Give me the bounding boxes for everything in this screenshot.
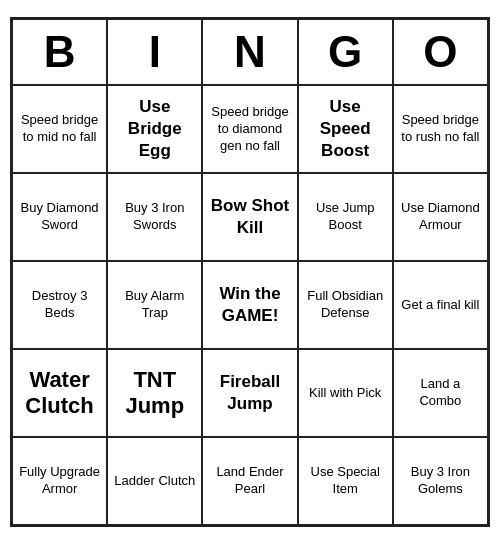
cell-3-3: Kill with Pick <box>298 349 393 437</box>
header-letter-N: N <box>202 19 297 85</box>
header-letter-B: B <box>12 19 107 85</box>
cell-4-0: Fully Upgrade Armor <box>12 437 107 525</box>
cell-1-1: Buy 3 Iron Swords <box>107 173 202 261</box>
cell-0-3: Use Speed Boost <box>298 85 393 173</box>
bingo-grid: Speed bridge to mid no fallUse Bridge Eg… <box>12 85 488 525</box>
bingo-card: BINGO Speed bridge to mid no fallUse Bri… <box>10 17 490 527</box>
bingo-header: BINGO <box>12 19 488 85</box>
cell-0-2: Speed bridge to diamond gen no fall <box>202 85 297 173</box>
cell-2-1: Buy Alarm Trap <box>107 261 202 349</box>
cell-1-3: Use Jump Boost <box>298 173 393 261</box>
cell-3-4: Land a Combo <box>393 349 488 437</box>
cell-4-3: Use Special Item <box>298 437 393 525</box>
cell-4-2: Land Ender Pearl <box>202 437 297 525</box>
cell-4-1: Ladder Clutch <box>107 437 202 525</box>
cell-0-0: Speed bridge to mid no fall <box>12 85 107 173</box>
cell-2-0: Destroy 3 Beds <box>12 261 107 349</box>
cell-0-4: Speed bridge to rush no fall <box>393 85 488 173</box>
cell-3-2: Fireball Jump <box>202 349 297 437</box>
cell-1-2: Bow Shot Kill <box>202 173 297 261</box>
cell-3-1: TNT Jump <box>107 349 202 437</box>
cell-2-2: Win the GAME! <box>202 261 297 349</box>
cell-1-4: Use Diamond Armour <box>393 173 488 261</box>
header-letter-G: G <box>298 19 393 85</box>
header-letter-O: O <box>393 19 488 85</box>
cell-1-0: Buy Diamond Sword <box>12 173 107 261</box>
cell-2-4: Get a final kill <box>393 261 488 349</box>
header-letter-I: I <box>107 19 202 85</box>
cell-2-3: Full Obsidian Defense <box>298 261 393 349</box>
cell-3-0: Water Clutch <box>12 349 107 437</box>
cell-4-4: Buy 3 Iron Golems <box>393 437 488 525</box>
cell-0-1: Use Bridge Egg <box>107 85 202 173</box>
